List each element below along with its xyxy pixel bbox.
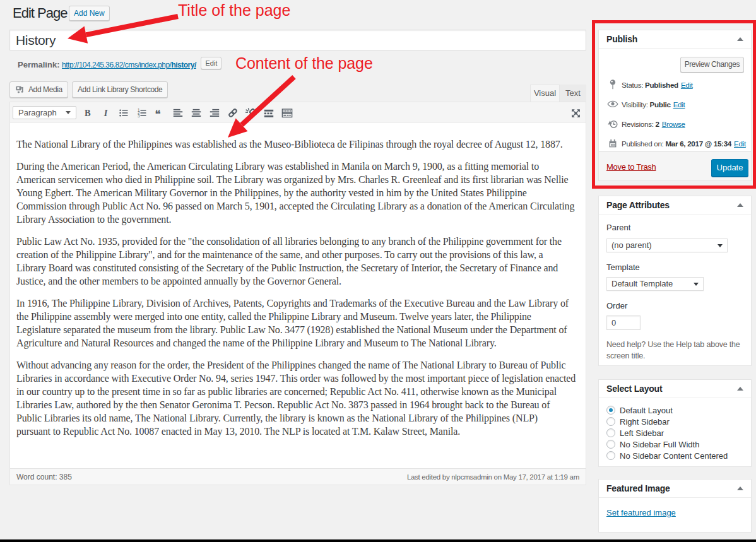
radio-unchecked-icon[interactable] xyxy=(606,417,615,426)
blockquote-button[interactable]: ❝ xyxy=(154,106,167,119)
radio-checked-icon[interactable] xyxy=(606,406,615,415)
chevron-down-icon xyxy=(694,283,699,286)
order-label: Order xyxy=(606,301,627,310)
permalink-row: Permalink: http://104.245.36.82/cms/inde… xyxy=(18,59,221,73)
featured-image-box: Featured Image Set featured image xyxy=(598,479,752,533)
numbered-list-button[interactable]: 1 2 3 xyxy=(136,106,148,119)
template-select-value: Default Template xyxy=(611,278,673,290)
italic-icon: I xyxy=(100,107,112,119)
layout-option-label: No Sidebar Content Centered xyxy=(620,451,728,461)
more-tag-icon xyxy=(263,107,275,119)
select-layout-title: Select Layout xyxy=(606,384,662,394)
layout-options: Default LayoutRight SidebarLeft SidebarN… xyxy=(606,404,728,461)
align-right-button[interactable] xyxy=(208,106,221,119)
layout-option[interactable]: Right Sidebar xyxy=(606,416,728,427)
blockquote-icon: ❝ xyxy=(155,107,166,119)
select-layout-header[interactable]: Select Layout xyxy=(599,380,751,398)
unlink-icon xyxy=(245,107,256,119)
align-left-icon xyxy=(172,107,184,119)
link-button[interactable] xyxy=(227,106,239,119)
bullet-list-button[interactable] xyxy=(117,106,130,119)
bold-button[interactable]: B xyxy=(81,106,94,119)
add-link-library-label: Add Link Library Shortcode xyxy=(78,82,162,97)
bottom-black-bar xyxy=(0,539,756,542)
collapse-triangle-icon[interactable] xyxy=(737,486,743,490)
page-title-input[interactable] xyxy=(9,30,586,50)
permalink-edit-button[interactable]: Edit xyxy=(201,57,221,69)
radio-unchecked-icon[interactable] xyxy=(606,451,615,460)
layout-option-label: Left Sidebar xyxy=(620,428,664,438)
editor-content[interactable]: The National Library of the Philippines … xyxy=(10,123,586,469)
page-attributes-box: Page Attributes Parent (no parent) Templ… xyxy=(598,196,752,366)
more-tag-button[interactable] xyxy=(263,106,275,119)
chevron-down-icon xyxy=(66,111,71,114)
radio-unchecked-icon[interactable] xyxy=(606,440,615,449)
set-featured-image-link[interactable]: Set featured image xyxy=(606,508,676,517)
toolbar-toggle-icon xyxy=(281,107,293,119)
radio-unchecked-icon[interactable] xyxy=(606,428,615,437)
page-title: Edit Page xyxy=(13,4,67,21)
parent-select[interactable]: (no parent) xyxy=(606,239,728,252)
add-media-button[interactable]: Add Media xyxy=(9,81,68,98)
last-edited: Last edited by nlpcmsadmin on May 17, 20… xyxy=(407,473,579,481)
fullscreen-button[interactable] xyxy=(570,108,581,119)
layout-option[interactable]: Default Layout xyxy=(606,404,728,416)
layout-option-label: No Sidebar Full Width xyxy=(620,440,699,449)
svg-text:3: 3 xyxy=(138,113,140,117)
align-right-icon xyxy=(209,107,220,119)
page-attributes-help-text: Need help? Use the Help tab above the sc… xyxy=(606,339,745,362)
tab-text[interactable]: Text xyxy=(560,85,586,102)
numbered-list-icon: 1 2 3 xyxy=(136,107,148,119)
link-icon xyxy=(227,107,239,119)
align-center-icon xyxy=(191,107,202,119)
paragraph-format-dropdown[interactable]: Paragraph xyxy=(13,106,76,119)
format-dropdown-label: Paragraph xyxy=(18,107,57,119)
layout-option[interactable]: No Sidebar Full Width xyxy=(606,439,728,450)
bold-icon: B xyxy=(82,107,93,119)
svg-text:❝: ❝ xyxy=(155,107,161,119)
word-count: Word count: 385 xyxy=(16,473,72,481)
collapse-triangle-icon[interactable] xyxy=(737,203,743,207)
media-icon xyxy=(15,85,25,95)
layout-option-label: Right Sidebar xyxy=(620,417,670,427)
add-new-button[interactable]: Add New xyxy=(69,6,110,21)
svg-text:I: I xyxy=(103,107,108,117)
template-label: Template xyxy=(606,262,640,272)
content-paragraph: The National Library of the Philippines … xyxy=(16,138,581,151)
chevron-down-icon xyxy=(718,244,723,247)
page-attributes-header[interactable]: Page Attributes xyxy=(599,196,751,215)
permalink-url[interactable]: http://104.245.36.82/cms/index.php/histo… xyxy=(62,61,196,69)
editor-toolbar: Paragraph B I 1 2 3 xyxy=(10,102,586,123)
svg-text:B: B xyxy=(85,107,91,117)
content-paragraph: During the American Period, the American… xyxy=(16,160,581,226)
annotation-title-label: Title of the page xyxy=(178,2,290,19)
unlink-button[interactable] xyxy=(244,106,257,119)
parent-label: Parent xyxy=(606,223,630,232)
toolbar-toggle-button[interactable] xyxy=(281,106,293,119)
add-media-label: Add Media xyxy=(28,82,62,97)
order-input[interactable] xyxy=(606,315,641,330)
tab-visual[interactable]: Visual xyxy=(530,85,560,102)
content-paragraph: In 1916, The Philippine Library, Divisio… xyxy=(16,297,581,350)
bullet-list-icon xyxy=(118,107,129,119)
layout-option[interactable]: Left Sidebar xyxy=(606,427,728,439)
content-paragraph: Public Law Act No. 1935, provided for th… xyxy=(16,235,581,288)
align-left-button[interactable] xyxy=(172,106,184,119)
layout-option-label: Default Layout xyxy=(620,406,673,415)
editor: Paragraph B I 1 2 3 xyxy=(9,102,586,485)
annotation-content-label: Content of the page xyxy=(235,55,373,72)
content-paragraph: Without advancing any reason for the ord… xyxy=(16,358,581,438)
fullscreen-icon xyxy=(570,108,581,119)
annotation-rectangle xyxy=(592,20,756,189)
permalink-label: Permalink: xyxy=(18,60,59,69)
collapse-triangle-icon[interactable] xyxy=(737,387,743,391)
featured-image-title: Featured Image xyxy=(606,483,670,493)
parent-select-value: (no parent) xyxy=(611,239,652,252)
align-center-button[interactable] xyxy=(190,106,203,119)
featured-image-header[interactable]: Featured Image xyxy=(599,480,751,498)
page-attributes-title: Page Attributes xyxy=(606,200,670,210)
template-select[interactable]: Default Template xyxy=(606,277,704,291)
add-link-library-shortcode-button[interactable]: Add Link Library Shortcode xyxy=(72,81,168,98)
italic-button[interactable]: I xyxy=(100,106,112,119)
layout-option[interactable]: No Sidebar Content Centered xyxy=(606,450,728,461)
